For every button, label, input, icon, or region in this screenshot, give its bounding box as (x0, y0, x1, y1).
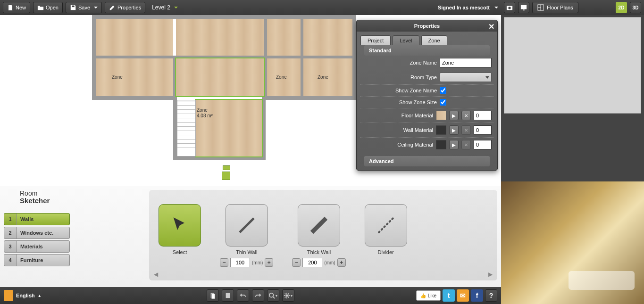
tool-thick-wall: Thick Wall − (mm) + (292, 204, 345, 276)
level-selector[interactable]: Level 2 (152, 4, 178, 11)
zone-label: Zone (197, 107, 208, 113)
open-label: Open (46, 5, 59, 10)
gear-icon (284, 292, 290, 299)
play-icon[interactable]: ▶ (449, 140, 459, 149)
footer-bar: English ▲ ▼ ▼ 👍 Like t ✉ f ? (0, 287, 501, 304)
monitor-icon (520, 4, 527, 11)
minus-button[interactable]: − (292, 258, 301, 267)
play-icon[interactable]: ▶ (449, 125, 459, 135)
view-2d-button[interactable]: 2D (616, 2, 627, 13)
zoom-icon (268, 292, 275, 299)
facebook-button[interactable]: f (471, 289, 483, 302)
plus-button[interactable]: + (265, 258, 273, 267)
room-type-select[interactable] (440, 73, 492, 82)
tab-level[interactable]: Level (393, 35, 419, 45)
tool-select: Select (159, 204, 201, 276)
view-2d-label: 2D (619, 5, 625, 10)
tab-project[interactable]: Project (360, 35, 391, 45)
zone-name-input[interactable] (440, 58, 492, 67)
svg-point-13 (285, 294, 288, 296)
wall-material-swatch[interactable] (436, 125, 446, 135)
zone-name-label: Zone Name (362, 60, 437, 66)
delete-icon[interactable]: ✕ (461, 111, 471, 120)
wall-material-label: Wall Material (362, 127, 433, 133)
right-toolbar: Floor Plans 2D 3D (501, 0, 644, 15)
show-zone-name-checkbox[interactable] (440, 87, 446, 94)
thick-wall-value-input[interactable] (302, 258, 322, 267)
preview-render[interactable] (501, 181, 644, 304)
email-button[interactable]: ✉ (457, 289, 469, 302)
ceiling-material-swatch[interactable] (436, 140, 446, 149)
camera-button[interactable] (504, 2, 515, 13)
divider-label: Divider (378, 249, 394, 255)
like-button[interactable]: 👍 Like (416, 290, 441, 301)
user-menu[interactable]: Signed In as mescott (438, 5, 498, 10)
view-3d-button[interactable]: 3D (630, 2, 641, 13)
language-selector[interactable]: English ▲ (4, 290, 42, 301)
save-label: Save (78, 5, 90, 10)
screen-button[interactable] (518, 2, 529, 13)
main-toolbar: New Open Save Properties Level 2 Signed … (0, 0, 501, 15)
show-zone-size-checkbox[interactable] (440, 99, 446, 106)
thick-wall-button[interactable] (298, 204, 340, 246)
category-furniture[interactable]: 4Furniture (4, 254, 70, 266)
new-label: New (16, 5, 26, 10)
scroll-left-icon[interactable]: ◀ (154, 271, 158, 278)
plus-button[interactable]: + (337, 258, 346, 267)
chevron-down-icon (94, 7, 98, 8)
svg-rect-10 (211, 294, 215, 299)
help-button[interactable]: ? (485, 289, 497, 302)
properties-label: Properties (117, 5, 141, 10)
section-standard[interactable]: Standard (364, 45, 490, 56)
properties-button[interactable]: Properties (105, 2, 145, 13)
zoom-button[interactable]: ▼ (267, 289, 279, 302)
save-button[interactable]: Save (66, 2, 102, 13)
new-button[interactable]: New (3, 2, 30, 13)
view-3d-label: 3D (633, 5, 639, 10)
ceiling-material-input[interactable] (474, 140, 492, 149)
select-tool-button[interactable] (159, 204, 201, 246)
category-list: 1Walls 2Windows etc. 3Materials 4Furnitu… (4, 213, 70, 268)
twitter-button[interactable]: t (443, 289, 455, 302)
play-icon[interactable]: ▶ (449, 111, 459, 120)
thick-line-icon (307, 214, 331, 237)
floor-material-swatch[interactable] (436, 111, 446, 120)
divider-button[interactable] (365, 204, 407, 246)
tools-pane: Select Thin Wall − (mm) + Thick Wall − (… (149, 190, 497, 280)
undo-button[interactable] (237, 289, 249, 302)
svg-rect-4 (523, 9, 525, 10)
properties-panel: Properties ✕ Project Level Zone Standard… (356, 20, 498, 171)
twitter-icon: t (448, 292, 450, 299)
close-icon[interactable]: ✕ (488, 22, 494, 31)
category-materials[interactable]: 3Materials (4, 240, 70, 253)
panel-title-bar[interactable]: Properties ✕ (357, 20, 497, 32)
thin-wall-button[interactable] (226, 204, 268, 246)
clipboard-icon (225, 292, 231, 299)
tab-zone[interactable]: Zone (421, 35, 447, 45)
floor-material-input[interactable] (474, 111, 492, 120)
floor-plans-button[interactable]: Floor Plans (532, 2, 578, 13)
wall-material-input[interactable] (474, 125, 492, 135)
help-icon: ? (489, 292, 493, 299)
minus-button[interactable]: − (220, 258, 228, 267)
section-advanced[interactable]: Advanced (364, 156, 490, 166)
bottom-strip: RoomSketcher Select Thin Wall − (mm) + (0, 186, 501, 287)
door-handle[interactable] (222, 172, 230, 180)
preview-3d[interactable] (504, 17, 641, 114)
settings-button[interactable]: ▼ (282, 289, 294, 302)
category-walls[interactable]: 1Walls (4, 213, 70, 225)
redo-button[interactable] (252, 289, 264, 302)
thin-line-icon (235, 214, 259, 237)
copy-button[interactable] (207, 289, 219, 302)
floorplan-icon (537, 4, 544, 11)
zone-label: Zone (318, 74, 328, 80)
paste-button[interactable] (222, 289, 234, 302)
language-label: English (16, 293, 35, 298)
open-button[interactable]: Open (33, 2, 63, 13)
zone-label: Zone (276, 74, 287, 80)
thin-wall-value-input[interactable] (230, 258, 250, 267)
scroll-right-icon[interactable]: ▶ (488, 271, 493, 278)
category-windows[interactable]: 2Windows etc. (4, 227, 70, 239)
svg-line-8 (379, 218, 393, 232)
undo-icon (240, 292, 246, 299)
